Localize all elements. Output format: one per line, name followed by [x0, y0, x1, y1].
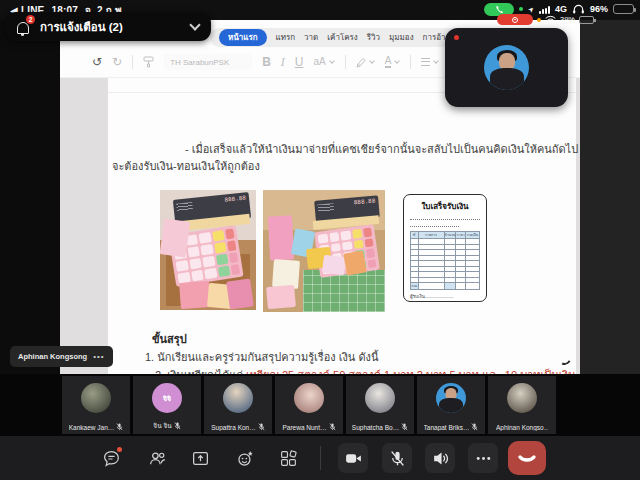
bullet-list-button[interactable]: [421, 58, 439, 66]
headset-icon: [572, 4, 585, 15]
format-painter-icon[interactable]: [143, 56, 154, 68]
participant-name: Kankaew Jan…: [69, 424, 115, 431]
font-name-field[interactable]: TH SarabunPSK: [164, 54, 252, 70]
meeting-control-bar: [0, 436, 640, 480]
paragraph-line-1: - เมื่อเสร็จแล้วให้นำเงินมาจ่ายที่แคชเชี…: [185, 140, 580, 158]
participant-name: Aphinan Kongso…: [496, 424, 548, 431]
more-button[interactable]: [468, 443, 498, 473]
ribbon-tab-bar: หน้าแรก แทรก วาด เค้าโครง รีวิว มุมมอง ก…: [210, 28, 467, 47]
chevron-down-icon[interactable]: [189, 19, 200, 30]
cellular-signal-icon: [539, 5, 550, 14]
participant-tile[interactable]: Tanapat Briks…: [417, 376, 485, 434]
avatar: [294, 383, 324, 413]
participant-name: Suphatcha Bo…: [352, 424, 399, 431]
participant-tile[interactable]: Kankaew Jan…: [62, 376, 130, 434]
document-canvas[interactable]: - เมื่อเสร็จแล้วให้นำเงินมาจ่ายที่แคชเชี…: [60, 78, 580, 374]
bold-button[interactable]: B: [262, 56, 271, 68]
receipt-signature: ผู้รับเงิน.......................: [410, 293, 480, 300]
participant-tile[interactable]: Supattra Kon…: [204, 376, 272, 434]
tab-view[interactable]: มุมมอง: [389, 31, 414, 44]
video-button[interactable]: [338, 443, 368, 473]
receipt-table: ที่ รายการ จำนวน ราคา รวมเงิน รวม: [410, 231, 480, 290]
location-arrow-icon: ➤: [526, 4, 535, 13]
summary-heading: ขั้นสรุป: [152, 330, 187, 348]
avatar-initials: จิจิ: [152, 383, 182, 413]
presenter-more-menu[interactable]: •••: [93, 352, 104, 361]
tab-review[interactable]: รีวิว: [367, 31, 380, 44]
recording-status-row: 39%: [497, 14, 594, 25]
device-battery-percent: 39%: [560, 15, 575, 24]
notification-label: การแจ้งเตือน (2): [40, 18, 183, 36]
receipt-form-image: ใบเสร็จรับเงิน ที่ รายการ จำนวน ราคา รวม…: [403, 194, 487, 302]
undo-button[interactable]: ↺: [92, 56, 102, 68]
redo-button[interactable]: ↻: [112, 56, 122, 68]
participant-name: จิน จิน: [153, 421, 171, 431]
avatar: จิจิ: [152, 383, 182, 413]
participant-tile[interactable]: Suphatcha Bo…: [346, 376, 414, 434]
participant-name: Tanapat Briks…: [424, 424, 470, 431]
share-screen-button[interactable]: [185, 443, 215, 473]
apps-icon: [279, 449, 298, 468]
battery-percent: 96%: [590, 4, 608, 14]
green-status-dot: [519, 7, 523, 11]
tab-draw[interactable]: วาด: [304, 31, 318, 44]
reactions-button[interactable]: [230, 443, 260, 473]
apps-button[interactable]: [273, 443, 303, 473]
photo-cash-register-1: 888.88: [160, 190, 256, 310]
avatar: [484, 45, 529, 90]
record-icon: [512, 17, 518, 23]
device-battery-icon: [579, 16, 594, 24]
avatar: [507, 383, 537, 413]
summary-item-1: 1. นักเรียนและครูร่วมกันสรุปความรู้เรื่อ…: [145, 348, 378, 366]
avatar: [223, 383, 253, 413]
right-letterbox: [580, 20, 640, 374]
self-view-thumbnail[interactable]: [445, 28, 568, 107]
participant-tile[interactable]: Parewa Nunt…: [275, 376, 343, 434]
page-margin-left: [60, 78, 108, 374]
presenter-label: Aphinan Kongsong •••: [10, 346, 113, 367]
recording-dot-icon: [454, 35, 459, 40]
end-call-icon: [517, 451, 537, 465]
participant-name: Supattra Kon…: [211, 424, 255, 431]
orange-mic-dot: [537, 18, 541, 22]
receipt-title: ใบเสร็จรับเงิน: [410, 200, 480, 213]
mic-off-icon: [471, 423, 478, 431]
mic-off-icon: [116, 423, 123, 431]
participant-tile[interactable]: Aphinan Kongso…: [488, 376, 556, 434]
participant-tile[interactable]: จิจิ จิน จิน: [133, 376, 201, 434]
end-call-button[interactable]: [508, 441, 546, 475]
presenter-name: Aphinan Kongsong: [18, 352, 87, 361]
highlighter-button[interactable]: [356, 57, 375, 68]
notification-badge: 2: [26, 15, 35, 24]
tab-layout[interactable]: เค้าโครง: [327, 31, 357, 44]
left-letterbox: [0, 20, 60, 374]
chat-button[interactable]: [96, 443, 126, 473]
notification-banner[interactable]: 2 การแจ้งเตือน (2): [5, 12, 211, 41]
paragraph-line-2: จะต้องรับเงิน-ทอนเงินให้ถูกต้อง: [112, 157, 260, 175]
font-size-button[interactable]: aA: [313, 57, 334, 67]
highlighter-icon: [356, 57, 366, 68]
underline-button[interactable]: U: [295, 56, 304, 68]
battery-icon: [613, 4, 634, 14]
participant-filmstrip: Kankaew Jan… จิจิ จิน จิน Supattra Kon… …: [0, 374, 640, 436]
participants-icon: [148, 449, 167, 468]
mic-off-icon: [388, 449, 407, 468]
italic-button[interactable]: I: [281, 56, 285, 68]
speaker-icon: [431, 449, 450, 468]
tab-insert[interactable]: แทรก: [276, 31, 296, 44]
page-margin-right: [576, 78, 580, 374]
participants-button[interactable]: [142, 443, 172, 473]
speaker-button[interactable]: [425, 443, 455, 473]
mic-off-icon: [329, 423, 336, 431]
network-type: 4G: [555, 4, 567, 14]
font-color-button[interactable]: A: [385, 56, 401, 68]
tab-home[interactable]: หน้าแรก: [219, 29, 267, 46]
participant-name: Parewa Nunt…: [282, 424, 326, 431]
mic-off-icon: [174, 422, 181, 430]
phone-icon: [495, 5, 504, 14]
share-screen-icon: [191, 449, 210, 468]
wifi-icon: [545, 15, 556, 24]
recording-indicator[interactable]: [497, 14, 533, 25]
reactions-icon: [236, 449, 255, 468]
mute-button[interactable]: [382, 443, 412, 473]
